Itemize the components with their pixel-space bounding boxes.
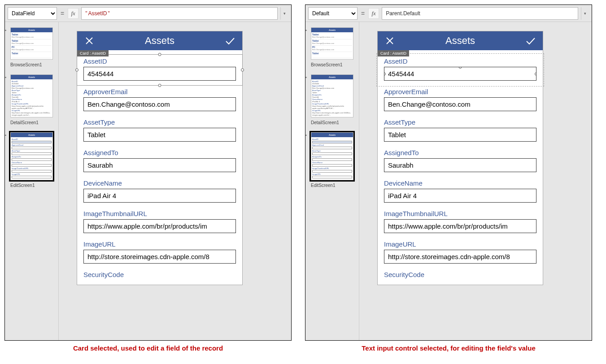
caption-left: Card selected, used to edit a field of t… bbox=[4, 344, 292, 352]
screen-thumbnails: ••• Assets TabletBen.Change@contoso.com … bbox=[5, 22, 59, 340]
card-approveremail[interactable]: ApproverEmail Ben.Change@contoso.com bbox=[77, 85, 242, 116]
field-input[interactable]: Ben.Change@contoso.com bbox=[384, 97, 536, 111]
card-imageurl[interactable]: ImageURL http://store.storeimages.cdn-ap… bbox=[378, 238, 543, 268]
check-icon[interactable] bbox=[224, 35, 236, 47]
formula-input[interactable]: "AssetID" bbox=[81, 7, 278, 20]
equals-label: = bbox=[360, 10, 366, 17]
card-tag: Card : AssetID bbox=[77, 50, 109, 56]
check-icon[interactable] bbox=[525, 35, 536, 47]
field-input[interactable]: Tablet bbox=[384, 128, 536, 142]
screen-thumbnails: ••• Assets TabletBen.Change@contoso.com … bbox=[305, 22, 359, 340]
field-input-assetid[interactable]: 4545444 bbox=[83, 67, 236, 81]
field-label: AssetType bbox=[384, 118, 536, 126]
field-input[interactable]: Ben.Change@contoso.com bbox=[83, 97, 236, 111]
field-label: ImageURL bbox=[384, 240, 536, 248]
formula-expand[interactable]: ▾ bbox=[581, 7, 589, 20]
thumb-label-edit: EditScreen1 bbox=[10, 183, 56, 188]
canvas: Assets Card : AssetID AssetID 4545444 Ap… bbox=[59, 22, 291, 340]
thumb-label-browse: BrowseScreen1 bbox=[10, 62, 56, 67]
field-label: AssetID bbox=[83, 57, 236, 65]
card-securitycode[interactable]: SecurityCode bbox=[378, 268, 543, 285]
field-input[interactable]: iPad Air 4 bbox=[83, 189, 236, 203]
thumb-detail[interactable]: Assets AssetID4545444 ApproverEmailBen.C… bbox=[10, 74, 53, 117]
phone-header: Assets bbox=[378, 31, 543, 50]
card-approveremail[interactable]: ApproverEmail Ben.Change@contoso.com bbox=[378, 85, 543, 116]
caption-right: Text input control selected, for editing… bbox=[305, 344, 592, 352]
fx-icon[interactable]: fx bbox=[368, 8, 379, 19]
card-devicename[interactable]: DeviceName iPad Air 4 bbox=[77, 177, 242, 207]
card-devicename[interactable]: DeviceName iPad Air 4 bbox=[378, 177, 543, 207]
field-label: AssignedTo bbox=[83, 149, 236, 156]
thumb-label-detail: DetailScreen1 bbox=[311, 120, 356, 125]
close-icon[interactable] bbox=[83, 35, 95, 47]
canvas: Assets Card : AssetID AssetID 4545444 Ap… bbox=[359, 22, 592, 340]
card-imagethumb[interactable]: ImageThumbnailURL https://www.apple.com/… bbox=[378, 207, 543, 238]
field-label: ApproverEmail bbox=[384, 88, 536, 95]
equals-label: = bbox=[60, 10, 65, 17]
card-imageurl[interactable]: ImageURL http://store.storeimages.cdn-ap… bbox=[77, 238, 242, 268]
field-label: ApproverEmail bbox=[83, 88, 236, 95]
field-input[interactable]: http://store.storeimages.cdn-apple.com/8 bbox=[83, 250, 236, 264]
field-input[interactable]: iPad Air 4 bbox=[384, 189, 536, 203]
formula-expand[interactable]: ▾ bbox=[280, 7, 288, 20]
card-assignedto[interactable]: AssignedTo Saurabh bbox=[378, 146, 543, 177]
field-label: ImageURL bbox=[83, 240, 236, 248]
thumb-menu-icon[interactable]: ••• bbox=[305, 133, 306, 138]
card-assetid[interactable]: AssetID 4545444 bbox=[378, 55, 543, 85]
field-input[interactable]: Saurabh bbox=[384, 158, 536, 172]
close-icon[interactable] bbox=[384, 35, 396, 47]
property-select[interactable]: Default bbox=[308, 7, 357, 20]
field-label: DeviceName bbox=[83, 179, 236, 187]
field-label: AssignedTo bbox=[384, 149, 536, 156]
field-label: AssetID bbox=[384, 57, 536, 65]
thumb-label-browse: BrowseScreen1 bbox=[311, 62, 356, 67]
thumb-browse[interactable]: Assets TabletBen.Change@contoso.com Tabl… bbox=[10, 27, 53, 60]
formula-bar: DataField = fx "AssetID" ▾ bbox=[5, 5, 291, 22]
thumb-menu-icon[interactable]: ••• bbox=[305, 75, 306, 80]
card-assettype[interactable]: AssetType Tablet bbox=[378, 116, 543, 146]
field-input[interactable]: https://www.apple.com/br/pr/products/im bbox=[384, 219, 536, 233]
formula-bar: Default = fx Parent.Default ▾ bbox=[305, 5, 592, 22]
thumb-label-detail: DetailScreen1 bbox=[10, 120, 56, 125]
card-securitycode[interactable]: SecurityCode bbox=[77, 268, 242, 285]
phone-preview: Assets Card : AssetID AssetID 4545444 Ap… bbox=[377, 31, 543, 285]
thumb-menu-icon[interactable]: ••• bbox=[5, 75, 6, 80]
card-imagethumb[interactable]: ImageThumbnailURL https://www.apple.com/… bbox=[77, 207, 242, 238]
thumb-label-edit: EditScreen1 bbox=[311, 183, 356, 188]
card-assettype[interactable]: AssetType Tablet bbox=[77, 116, 242, 146]
card-assignedto[interactable]: AssignedTo Saurabh bbox=[77, 146, 242, 177]
field-label: DeviceName bbox=[384, 179, 536, 187]
thumb-edit[interactable]: Assets AssetID ApproverEmail AssetType A… bbox=[311, 132, 353, 180]
field-label: SecurityCode bbox=[384, 271, 536, 278]
phone-preview: Assets Card : AssetID AssetID 4545444 Ap… bbox=[77, 31, 243, 285]
thumb-menu-icon[interactable]: ••• bbox=[5, 28, 6, 33]
card-assetid[interactable]: AssetID 4545444 bbox=[77, 54, 243, 86]
panel-right: Default = fx Parent.Default ▾ ••• Assets… bbox=[305, 4, 592, 341]
field-input[interactable]: Saurabh bbox=[83, 158, 236, 172]
property-select[interactable]: DataField bbox=[8, 7, 57, 20]
field-label: SecurityCode bbox=[83, 271, 236, 278]
phone-header: Assets bbox=[77, 31, 242, 50]
fx-icon[interactable]: fx bbox=[68, 8, 78, 19]
panel-left: DataField = fx "AssetID" ▾ ••• Assets Ta… bbox=[4, 4, 292, 341]
field-label: AssetType bbox=[83, 118, 236, 126]
thumb-edit[interactable]: Assets AssetID ApproverEmail AssetType A… bbox=[10, 132, 53, 180]
card-tag: Card : AssetID bbox=[378, 50, 409, 56]
thumb-detail[interactable]: Assets AssetID4545444 ApproverEmailBen.C… bbox=[311, 74, 353, 117]
thumb-browse[interactable]: Assets TabletBen.Change@contoso.com Tabl… bbox=[311, 27, 353, 60]
field-input[interactable]: https://www.apple.com/br/pr/products/im bbox=[83, 219, 236, 233]
thumb-menu-icon[interactable]: ••• bbox=[5, 133, 6, 138]
field-input[interactable]: http://store.storeimages.cdn-apple.com/8 bbox=[384, 250, 536, 264]
phone-title: Assets bbox=[145, 35, 174, 47]
phone-title: Assets bbox=[445, 35, 475, 47]
thumb-menu-icon[interactable]: ••• bbox=[305, 28, 306, 33]
formula-input[interactable]: Parent.Default bbox=[382, 7, 578, 20]
field-label: ImageThumbnailURL bbox=[83, 210, 236, 217]
field-label: ImageThumbnailURL bbox=[384, 210, 536, 217]
field-input[interactable]: Tablet bbox=[83, 128, 236, 142]
field-input-assetid[interactable]: 4545444 bbox=[384, 67, 536, 81]
